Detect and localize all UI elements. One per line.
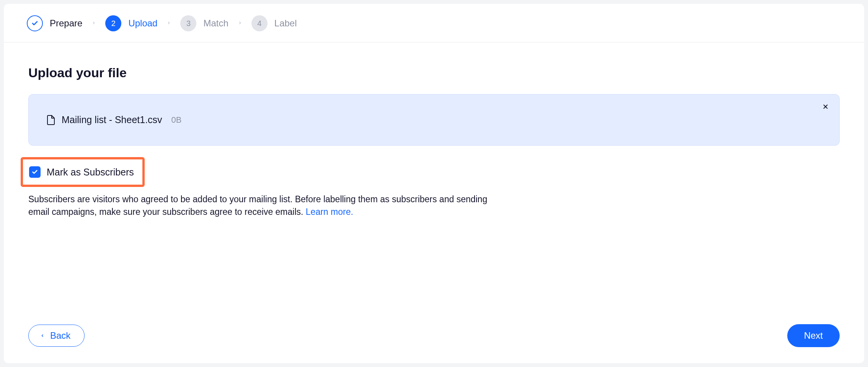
back-button[interactable]: Back: [28, 325, 85, 347]
uploaded-file-box: Mailing list - Sheet1.csv 0B: [28, 94, 840, 146]
step-upload[interactable]: 2 Upload: [105, 15, 157, 31]
content-area: Upload your file Mailing list - Sheet1.c…: [4, 42, 864, 219]
footer-actions: Back Next: [28, 324, 840, 347]
page-title: Upload your file: [28, 65, 840, 80]
remove-file-button[interactable]: [820, 101, 831, 112]
step-circle-future: 3: [180, 15, 196, 31]
mark-subscribers-checkbox[interactable]: [29, 166, 41, 178]
close-icon: [822, 103, 829, 110]
next-button[interactable]: Next: [787, 324, 840, 347]
check-icon: [31, 20, 38, 27]
step-circle-active: 2: [105, 15, 121, 31]
upload-card: Prepare 2 Upload 3 Match 4 Label Upload …: [4, 4, 864, 363]
stepper: Prepare 2 Upload 3 Match 4 Label: [4, 4, 864, 42]
step-label: Match: [203, 18, 228, 29]
chevron-right-icon: [166, 20, 171, 27]
description-text: Subscribers are visitors who agreed to b…: [28, 194, 487, 217]
chevron-left-icon: [40, 333, 45, 338]
step-label: Upload: [128, 18, 157, 29]
file-icon: [46, 115, 55, 125]
step-match: 3 Match: [180, 15, 228, 31]
back-button-label: Back: [50, 330, 70, 341]
check-icon: [32, 169, 38, 175]
subscribers-description: Subscribers are visitors who agreed to b…: [28, 193, 511, 219]
mark-subscribers-highlight: Mark as Subscribers: [21, 157, 145, 187]
chevron-right-icon: [238, 20, 242, 27]
file-size: 0B: [171, 115, 182, 125]
chevron-right-icon: [91, 20, 96, 27]
step-circle-done: [27, 15, 43, 31]
file-name: Mailing list - Sheet1.csv: [62, 114, 162, 125]
step-prepare[interactable]: Prepare: [27, 15, 82, 31]
step-circle-future: 4: [251, 15, 268, 31]
mark-subscribers-label: Mark as Subscribers: [47, 167, 134, 178]
learn-more-link[interactable]: Learn more.: [306, 207, 353, 217]
step-label: Prepare: [50, 18, 82, 29]
step-label: 4 Label: [251, 15, 297, 31]
step-label: Label: [274, 18, 297, 29]
